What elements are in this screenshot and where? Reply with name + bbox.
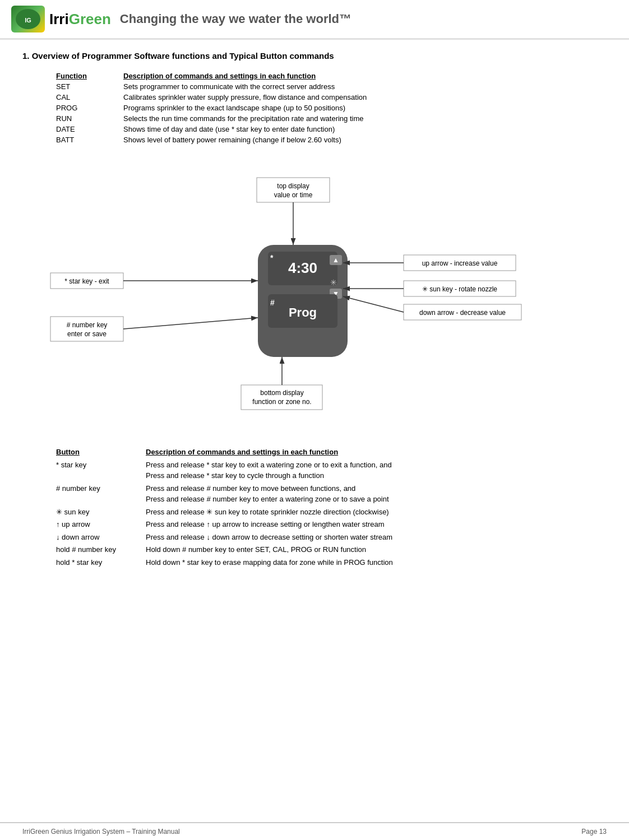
- function-row-date: DATE Shows time of day and date (use * s…: [56, 125, 607, 133]
- svg-text:enter or save: enter or save: [67, 330, 107, 338]
- btn-name-number: # number key: [56, 483, 146, 505]
- btn-name-down-arrow: ↓ down arrow: [56, 532, 146, 543]
- func-desc-run: Selects the run time commands for the pr…: [123, 114, 607, 123]
- function-col1-header: Function: [56, 72, 123, 80]
- function-row-cal: CAL Calibrates sprinkler water supply pr…: [56, 93, 607, 101]
- btn-desc-star: Press and release * star key to exit a w…: [146, 460, 607, 481]
- function-row-set: SET Sets programmer to communicate with …: [56, 82, 607, 91]
- function-row-batt: BATT Shows level of battery power remain…: [56, 136, 607, 144]
- svg-text:# number key: # number key: [67, 321, 108, 329]
- logo-box: IG IrriGreen: [11, 6, 111, 33]
- svg-text:value or time: value or time: [274, 191, 313, 199]
- button-row-hold-star: hold * star key Hold down * star key to …: [56, 557, 607, 568]
- svg-text:4:30: 4:30: [288, 259, 317, 276]
- function-row-prog: PROG Programs sprinkler to the exact lan…: [56, 104, 607, 112]
- svg-line-33: [123, 318, 258, 329]
- btn-name-hold-number: hold # number key: [56, 544, 146, 555]
- btn-name-star: * star key: [56, 460, 146, 481]
- button-col2-header: Description of commands and settings in …: [146, 447, 607, 458]
- btn-desc-hold-star: Hold down * star key to erase mapping da…: [146, 557, 607, 568]
- svg-text:up arrow - increase value: up arrow - increase value: [422, 259, 498, 267]
- footer-left: IrriGreen Genius Irrigation System – Tra…: [22, 828, 180, 836]
- btn-name-hold-star: hold * star key: [56, 557, 146, 568]
- svg-text:✳ sun key - rotate nozzle: ✳ sun key - rotate nozzle: [422, 285, 497, 293]
- button-row-number: # number key Press and release # number …: [56, 483, 607, 505]
- diagram-container: 4:30 * ▲ ✳ ▼ Prog # top display value or…: [22, 161, 607, 430]
- button-row-up-arrow: ↑ up arrow Press and release ↑ up arrow …: [56, 519, 607, 530]
- func-desc-cal: Calibrates sprinkler water supply pressu…: [123, 93, 607, 101]
- func-name-date: DATE: [56, 125, 123, 133]
- svg-text:bottom display: bottom display: [260, 389, 303, 397]
- button-row-star: * star key Press and release * star key …: [56, 460, 607, 481]
- func-name-cal: CAL: [56, 93, 123, 101]
- header: IG IrriGreen Changing the way we water t…: [0, 0, 629, 40]
- svg-text:down arrow - decrease value: down arrow - decrease value: [419, 309, 506, 317]
- btn-name-up-arrow: ↑ up arrow: [56, 519, 146, 530]
- svg-line-29: [343, 296, 404, 312]
- svg-text:✳: ✳: [330, 278, 337, 287]
- func-name-set: SET: [56, 82, 123, 91]
- function-table: Function Description of commands and set…: [56, 72, 607, 144]
- svg-text:top display: top display: [277, 182, 309, 190]
- function-header-row: Function Description of commands and set…: [56, 72, 607, 80]
- logo-irri: Irri: [49, 11, 69, 27]
- btn-desc-sun: Press and release ✳ sun key to rotate sp…: [146, 507, 607, 518]
- button-row-sun: ✳ sun key Press and release ✳ sun key to…: [56, 507, 607, 518]
- func-name-batt: BATT: [56, 136, 123, 144]
- logo-text: IrriGreen: [49, 11, 111, 28]
- btn-desc-hold-number: Hold down # number key to enter SET, CAL…: [146, 544, 607, 555]
- svg-text:#: #: [270, 298, 275, 307]
- footer-right: Page 13: [581, 828, 607, 836]
- logo-green: Green: [69, 11, 111, 27]
- btn-desc-down-arrow: Press and release ↓ down arrow to decrea…: [146, 532, 607, 543]
- main-content: 1. Overview of Programmer Software funct…: [0, 40, 629, 603]
- svg-text:* star key - exit: * star key - exit: [64, 277, 109, 285]
- logo-image: IG: [11, 6, 45, 33]
- button-header-row: Button Description of commands and setti…: [56, 447, 607, 458]
- btn-name-sun: ✳ sun key: [56, 507, 146, 518]
- svg-text:Prog: Prog: [289, 305, 317, 319]
- func-name-run: RUN: [56, 114, 123, 123]
- function-row-run: RUN Selects the run time commands for th…: [56, 114, 607, 123]
- diagram-svg: 4:30 * ▲ ✳ ▼ Prog # top display value or…: [22, 161, 605, 430]
- func-desc-batt: Shows level of battery power remaining (…: [123, 136, 607, 144]
- section-title: 1. Overview of Programmer Software funct…: [22, 51, 607, 61]
- func-desc-set: Sets programmer to communicate with the …: [123, 82, 607, 91]
- svg-text:function or zone no.: function or zone no.: [252, 398, 311, 406]
- func-name-prog: PROG: [56, 104, 123, 112]
- function-col2-header: Description of commands and settings in …: [123, 72, 607, 80]
- header-tagline: Changing the way we water the world™: [120, 12, 351, 26]
- func-desc-date: Shows time of day and date (use * star k…: [123, 125, 607, 133]
- button-table: Button Description of commands and setti…: [56, 447, 607, 568]
- footer: IrriGreen Genius Irrigation System – Tra…: [0, 822, 629, 840]
- svg-text:▲: ▲: [332, 256, 339, 264]
- button-row-hold-number: hold # number key Hold down # number key…: [56, 544, 607, 555]
- func-desc-prog: Programs sprinkler to the exact landscap…: [123, 104, 607, 112]
- button-col1-header: Button: [56, 447, 146, 458]
- btn-desc-number: Press and release # number key to move b…: [146, 483, 607, 505]
- svg-text:IG: IG: [25, 17, 31, 24]
- btn-desc-up-arrow: Press and release ↑ up arrow to increase…: [146, 519, 607, 530]
- svg-text:*: *: [270, 253, 274, 262]
- button-row-down-arrow: ↓ down arrow Press and release ↓ down ar…: [56, 532, 607, 543]
